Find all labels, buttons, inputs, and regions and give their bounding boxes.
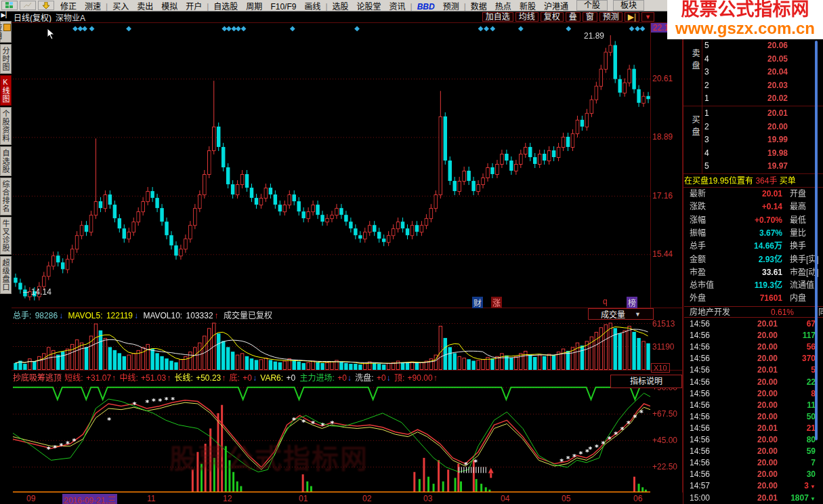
next-stock-icon[interactable]: ▶| bbox=[625, 12, 639, 22]
menu-item-热点[interactable]: 热点 bbox=[491, 2, 515, 12]
sell-row[interactable]: 520.06 bbox=[704, 39, 823, 53]
sell-side-label: 卖盘 bbox=[692, 49, 701, 110]
chart-icon[interactable] bbox=[20, 1, 36, 10]
sidebar-item-超级盘口[interactable]: 超级盘口 bbox=[0, 256, 12, 294]
order-book: 卖盘 买盘 520.06420.05320.04220.03120.02120.… bbox=[684, 39, 823, 175]
toolbar-button-加自选[interactable]: 加自选 bbox=[482, 12, 513, 22]
buy-row[interactable]: 319.99 bbox=[704, 133, 823, 147]
buy-row[interactable]: 120.01 bbox=[704, 107, 823, 121]
menu-item-选股[interactable]: 选股 bbox=[329, 2, 353, 12]
sidebar-item-分时图[interactable]: 分时图 bbox=[0, 44, 12, 74]
watermark-url: www.gszx.com.cn bbox=[667, 20, 823, 37]
chart-badge-财[interactable]: 财 bbox=[472, 297, 483, 308]
sidebar-item-自选股[interactable]: 自选股 bbox=[0, 146, 12, 176]
app-icon bbox=[3, 24, 11, 31]
grid-icon[interactable] bbox=[1, 1, 18, 10]
toolbar-button-叠[interactable]: 叠 bbox=[566, 12, 581, 22]
tick-row[interactable]: 14:5620.0022 bbox=[690, 377, 818, 388]
tick-row[interactable]: 14:5620.0056 bbox=[690, 341, 818, 353]
tick-row[interactable]: 14:5620.0030 bbox=[690, 469, 818, 480]
tick-row[interactable]: 14:5620.0167 bbox=[690, 318, 818, 330]
tick-row[interactable]: 14:5620.00117 bbox=[690, 330, 818, 341]
buy-row[interactable]: 220.00 bbox=[704, 121, 823, 134]
volume-note: 成交量已复权 bbox=[224, 311, 272, 320]
collapse-icon[interactable]: ▶▏ bbox=[0, 12, 12, 21]
volume-unit-box: X10 bbox=[651, 363, 670, 373]
indicator-help-button[interactable]: 指标说明 bbox=[610, 375, 682, 388]
menu-item-画线[interactable]: 画线 bbox=[300, 2, 324, 12]
menu-item-测速[interactable]: 测速 bbox=[81, 2, 105, 12]
tick-row[interactable]: 14:5720.003 ▼ bbox=[690, 480, 818, 492]
tick-row[interactable]: 14:5620.0121 bbox=[690, 423, 818, 434]
watermark-title: 股票公式指标网 bbox=[667, 0, 823, 20]
buy-row[interactable]: 419.98 bbox=[704, 147, 823, 161]
chart-badge-涨[interactable]: 涨 bbox=[491, 297, 502, 308]
tick-row[interactable]: 14:5620.015 bbox=[690, 364, 818, 376]
menu-item-预测[interactable]: 预测 bbox=[439, 2, 463, 12]
sidebar-item-牛叉诊股[interactable]: 牛叉诊股 bbox=[0, 217, 12, 255]
menu-item-F10/F9[interactable]: F10/F9 bbox=[266, 2, 300, 12]
tick-row[interactable]: 14:5620.0080 bbox=[690, 434, 818, 446]
indicator-field-长线:: 长线: +50.23↑ bbox=[175, 373, 229, 381]
sell-row[interactable]: 420.05 bbox=[704, 53, 823, 66]
signal-diamond-icon: ◆ bbox=[484, 24, 489, 32]
sidebar-item-K线图[interactable]: K线图 bbox=[0, 75, 12, 106]
tick-row[interactable]: 14:5620.0050 bbox=[690, 411, 818, 423]
toolbar-button-窗[interactable]: 窗 bbox=[583, 12, 597, 22]
tick-row[interactable]: 14:5620.0011 bbox=[690, 400, 818, 411]
signal-diamond-icon: ◆ bbox=[354, 24, 360, 32]
sidebar-item-综合排名[interactable]: 综合排名 bbox=[0, 177, 12, 215]
download-arrow-icon[interactable] bbox=[38, 1, 54, 10]
menu-item-论股堂[interactable]: 论股堂 bbox=[353, 2, 385, 12]
buy-side-label: 买盘 bbox=[692, 115, 701, 176]
menu-button-板块[interactable]: 板块 bbox=[613, 0, 644, 11]
volume-indicator-selector[interactable]: 成交量 ▼ bbox=[588, 308, 654, 320]
sell-row[interactable]: 320.04 bbox=[704, 66, 823, 79]
volume-axis-label: 31190 bbox=[652, 342, 674, 352]
sector-change: 0.61% bbox=[771, 307, 794, 318]
menu-button-个股[interactable]: 个股 bbox=[576, 0, 608, 11]
menu-item-沪港通[interactable]: 沪港通 bbox=[540, 2, 572, 12]
scrollbar[interactable] bbox=[815, 41, 818, 440]
tick-row[interactable]: 14:5620.0059 bbox=[690, 446, 818, 457]
menu-item-买入[interactable]: 买入 bbox=[108, 2, 133, 12]
tick-row[interactable]: 14:5620.007 bbox=[690, 457, 818, 469]
menu-item-卖出[interactable]: 卖出 bbox=[133, 2, 157, 12]
indicator-chart[interactable] bbox=[13, 381, 650, 493]
tick-row[interactable]: 14:5620.008 bbox=[690, 388, 818, 400]
signal-diamond-icon: ◆ bbox=[490, 24, 496, 32]
dropdown-caret-icon[interactable]: ▼ bbox=[641, 12, 654, 22]
sell-row[interactable]: 120.02 bbox=[704, 92, 823, 106]
price-axis-label: 15.44 bbox=[652, 249, 673, 259]
sector-extra: 同 bbox=[818, 307, 823, 318]
indicator-field-中线:: 中线: +51.03↑ bbox=[119, 373, 173, 381]
period-label[interactable]: 日线(复权) bbox=[14, 12, 51, 23]
tick-row[interactable]: 14:5620.00370 bbox=[690, 353, 818, 364]
volume-field-MAVOL10:: MAVOL10: 103332↑ bbox=[143, 311, 222, 320]
chart-badge-榜[interactable]: 榜 bbox=[627, 297, 637, 308]
menu-item-新股[interactable]: 新股 bbox=[515, 2, 540, 12]
sidebar-item-个股资料[interactable]: 个股资料 bbox=[0, 107, 12, 145]
menu-item-自选股[interactable]: 自选股 bbox=[209, 2, 242, 12]
sidebar-item-应用[interactable]: 应用 bbox=[0, 21, 12, 43]
menu-item-数据[interactable]: 数据 bbox=[467, 2, 491, 12]
menu-item-BBD[interactable]: BBD bbox=[413, 2, 439, 12]
menu-item-修正[interactable]: 修正 bbox=[56, 2, 81, 12]
menu-item-资讯[interactable]: 资讯 bbox=[385, 2, 410, 12]
timeline-month-label: 01 bbox=[299, 494, 308, 503]
volume-chart[interactable] bbox=[13, 320, 650, 370]
sector-row[interactable]: 房地产开发 0.61% 同 bbox=[684, 306, 823, 318]
tick-row[interactable]: 15:0020.011807 ▼ bbox=[690, 492, 818, 504]
sell-row[interactable]: 220.03 bbox=[704, 79, 823, 93]
menu-item-模拟[interactable]: 模拟 bbox=[157, 2, 182, 12]
signal-diamond-icon: ◆ bbox=[89, 24, 95, 32]
candlestick-chart[interactable] bbox=[13, 23, 650, 308]
toolbar-button-复权[interactable]: 复权 bbox=[541, 12, 564, 22]
menu-item-周期[interactable]: 周期 bbox=[242, 2, 266, 12]
timeline-month-label: 11 bbox=[147, 494, 155, 503]
menu-item-开户[interactable]: 开户 bbox=[182, 2, 206, 12]
chart-badge-q[interactable]: q bbox=[602, 297, 609, 306]
toolbar-button-均线[interactable]: 均线 bbox=[515, 12, 539, 22]
toolbar-button-预测[interactable]: 预测 bbox=[599, 12, 622, 22]
buy-row[interactable]: 519.97 bbox=[704, 160, 823, 173]
